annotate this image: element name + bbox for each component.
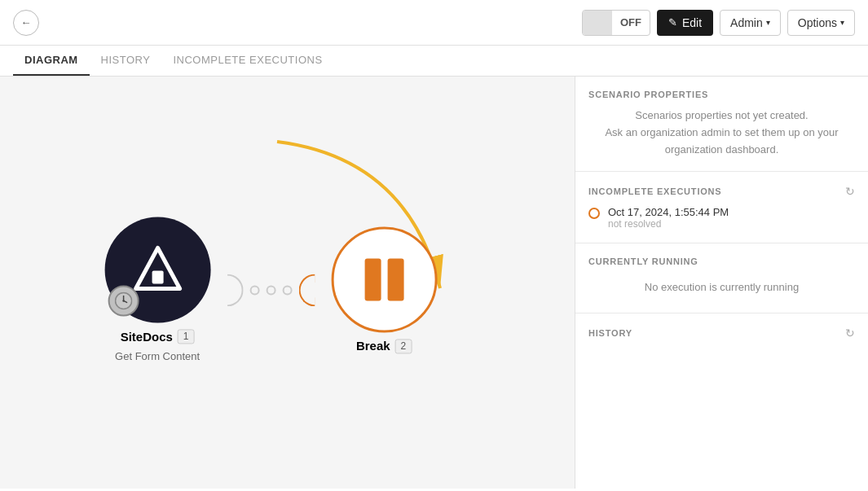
connector-dot-2 [266, 285, 275, 295]
tab-diagram[interactable]: DIAGRAM [13, 46, 90, 76]
connector-dot-1 [249, 285, 259, 295]
scenario-props-line1: Scenarios properties not yet created. [588, 107, 855, 125]
break-label: Break 2 [356, 339, 412, 353]
scenario-properties-header: SCENARIO PROPERTIES [588, 90, 855, 99]
edit-label: Edit [682, 16, 702, 29]
currently-running-title: CURRENTLY RUNNING [588, 256, 698, 266]
toggle-label: OFF [612, 10, 650, 36]
pause-bar-left [364, 258, 381, 300]
connector-dot-3 [282, 285, 292, 295]
break-node: Break 2 [331, 226, 437, 353]
sitedocs-sublabel: Get Form Content [115, 350, 200, 362]
main-content: SiteDocs 1 Get Form Content [0, 77, 868, 489]
sitedocs-node: SiteDocs 1 Get Form Content [104, 217, 210, 362]
incomplete-executions-section: INCOMPLETE EXECUTIONS ↻ Oct 17, 2024, 1:… [575, 172, 868, 243]
history-refresh-icon[interactable]: ↻ [845, 327, 855, 340]
svg-point-6 [122, 300, 124, 301]
svg-rect-2 [152, 270, 163, 283]
connector [227, 274, 315, 306]
scenario-properties-text: Scenarios properties not yet created. As… [588, 107, 855, 158]
clock-badge-icon [108, 285, 139, 316]
admin-button[interactable]: Admin ▾ [720, 10, 781, 36]
scenario-props-line3: organization dashboard. [588, 142, 855, 159]
tabs-bar: DIAGRAM HISTORY INCOMPLETE EXECUTIONS [0, 46, 868, 77]
execution-item: Oct 17, 2024, 1:55:44 PM not resolved [588, 206, 855, 230]
edit-icon: ✎ [668, 16, 677, 28]
back-button[interactable]: ← [13, 10, 39, 36]
history-title: HISTORY [588, 328, 632, 338]
incomplete-executions-title: INCOMPLETE EXECUTIONS [588, 186, 721, 196]
break-connector-arc [298, 274, 315, 306]
options-chevron-icon: ▾ [840, 18, 844, 27]
admin-chevron-icon: ▾ [766, 18, 770, 27]
edit-button[interactable]: ✎ Edit [657, 10, 713, 36]
execution-status: not resolved [608, 218, 729, 230]
right-panel: SCENARIO PROPERTIES Scenarios properties… [575, 77, 868, 489]
tab-incomplete-executions[interactable]: INCOMPLETE EXECUTIONS [161, 46, 333, 76]
history-header: HISTORY ↻ [588, 327, 855, 340]
sitedocs-icon[interactable] [104, 217, 210, 322]
sitedocs-number: 1 [178, 329, 195, 344]
tab-history[interactable]: HISTORY [90, 46, 162, 76]
back-arrow-icon: ← [20, 16, 31, 28]
currently-running-text: No execution is currently running [588, 274, 855, 300]
execution-info: Oct 17, 2024, 1:55:44 PM not resolved [608, 206, 729, 230]
execution-status-dot [588, 208, 600, 219]
toggle-track[interactable] [583, 11, 612, 35]
currently-running-section: CURRENTLY RUNNING No execution is curren… [575, 243, 868, 313]
clock-icon [114, 292, 132, 309]
execution-date: Oct 17, 2024, 1:55:44 PM [608, 206, 729, 218]
incomplete-executions-header: INCOMPLETE EXECUTIONS ↻ [588, 185, 855, 198]
admin-label: Admin [730, 16, 763, 29]
toggle-container: OFF [582, 10, 650, 36]
currently-running-header: CURRENTLY RUNNING [588, 256, 855, 266]
diagram-canvas[interactable]: SiteDocs 1 Get Form Content [0, 77, 575, 489]
options-button[interactable]: Options ▾ [787, 10, 855, 36]
scenario-properties-section: SCENARIO PROPERTIES Scenarios properties… [575, 77, 868, 172]
sitedocs-logo-icon [129, 241, 186, 298]
nodes-area: SiteDocs 1 Get Form Content [104, 217, 437, 362]
scenario-properties-title: SCENARIO PROPERTIES [588, 90, 708, 99]
pause-bars-icon [364, 258, 403, 300]
history-section: HISTORY ↻ [575, 313, 868, 353]
sitedocs-label: SiteDocs 1 [121, 329, 195, 344]
half-circle-connector [227, 274, 243, 306]
break-number: 2 [395, 339, 412, 353]
incomplete-executions-refresh-icon[interactable]: ↻ [845, 185, 855, 198]
break-name: Break [356, 339, 390, 353]
sitedocs-name: SiteDocs [121, 330, 173, 344]
break-icon[interactable] [331, 226, 437, 332]
options-label: Options [798, 16, 837, 29]
pause-bar-right [387, 258, 403, 300]
header-left: ← [13, 10, 39, 36]
header: ← OFF ✎ Edit Admin ▾ Options ▾ [0, 0, 868, 46]
scenario-props-line2: Ask an organization admin to set them up… [588, 125, 855, 142]
header-right: OFF ✎ Edit Admin ▾ Options ▾ [582, 10, 855, 36]
